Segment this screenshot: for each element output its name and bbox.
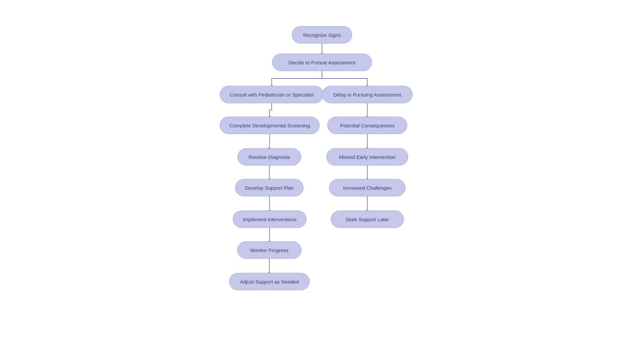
decide-assessment-node: Decide to Pursue Assessment [272,54,372,71]
develop-support-node: Develop Support Plan [235,179,304,196]
seek-support-node: Seek Support Later [331,210,404,228]
flowchart: Recognize Signs Decide to Pursue Assessm… [0,0,644,362]
complete-screening-node: Complete Developmental Screening [220,117,320,134]
increased-challenges-node: Increased Challenges [329,179,406,196]
receive-diagnosis-node: Receive Diagnosis [237,148,301,166]
adjust-support-node: Adjust Support as Needed [229,273,310,290]
delay-assessment-node: Delay in Pursuing Assessment [322,86,413,103]
potential-consequences-node: Potential Consequences [327,117,407,134]
monitor-progress-node: Monitor Progress [237,241,302,259]
consult-pediatrician-node: Consult with Pediatrician or Specialist [220,86,324,103]
missed-intervention-node: Missed Early Intervention [326,148,408,166]
recognize-signs-node: Recognize Signs [292,26,352,44]
implement-interventions-node: Implement Interventions [233,210,307,228]
